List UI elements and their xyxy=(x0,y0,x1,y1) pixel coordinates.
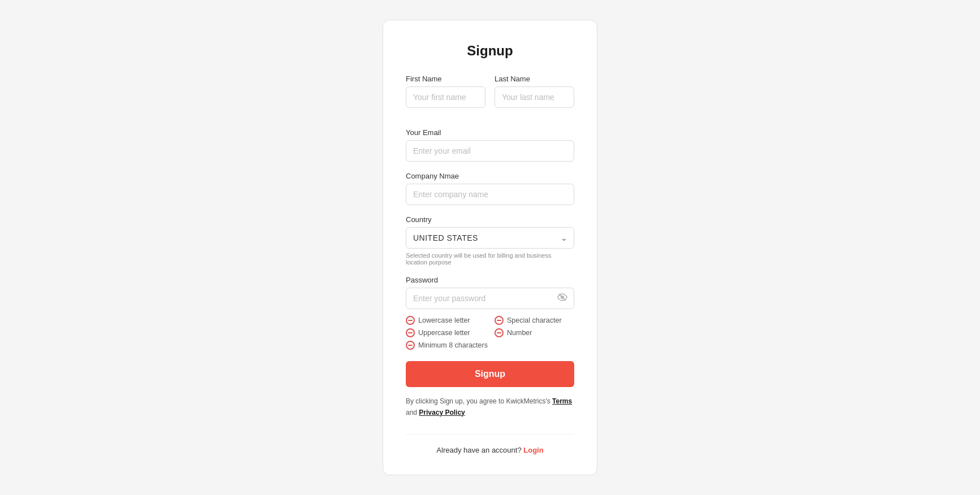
terms-link[interactable]: Terms xyxy=(552,397,572,405)
company-group: Company Nmae xyxy=(406,172,574,205)
req-lowercase-label: Lowercase letter xyxy=(418,316,470,324)
req-uppercase-label: Uppercase letter xyxy=(418,329,470,337)
terms-prefix: By clicking Sign up, you agree to KwickM… xyxy=(406,397,552,405)
email-label: Your Email xyxy=(406,128,574,137)
country-group: Country UNITED STATES UNITED KINGDOM CAN… xyxy=(406,215,574,266)
country-select-wrapper: UNITED STATES UNITED KINGDOM CANADA AUST… xyxy=(406,227,574,249)
password-wrapper xyxy=(406,288,574,309)
signup-button[interactable]: Signup xyxy=(406,361,574,387)
first-name-input[interactable] xyxy=(406,86,485,108)
terms-middle: and xyxy=(406,409,419,416)
req-special-icon xyxy=(495,316,504,325)
login-prefix: Already have an account? xyxy=(436,446,521,454)
password-group: Password xyxy=(406,276,574,309)
name-row: First Name Last Name xyxy=(406,75,574,118)
req-lowercase-icon xyxy=(406,316,415,325)
login-link[interactable]: Login xyxy=(523,446,543,454)
signup-card: Signup First Name Last Name Your Email C… xyxy=(383,20,597,475)
last-name-label: Last Name xyxy=(495,75,574,83)
last-name-input[interactable] xyxy=(495,86,574,108)
req-special: Special character xyxy=(495,316,574,325)
email-input[interactable] xyxy=(406,140,574,162)
req-uppercase: Uppercase letter xyxy=(406,328,485,337)
req-uppercase-icon xyxy=(406,328,415,337)
req-number: Number xyxy=(495,328,574,337)
email-group: Your Email xyxy=(406,128,574,162)
req-min8: Minimum 8 characters xyxy=(406,341,574,350)
privacy-link[interactable]: Privacy Policy xyxy=(419,409,465,416)
password-toggle-icon[interactable] xyxy=(557,292,567,305)
password-input[interactable] xyxy=(406,288,574,309)
req-special-label: Special character xyxy=(507,316,562,324)
password-requirements: Lowercase letter Special character Upper… xyxy=(406,316,574,350)
company-label: Company Nmae xyxy=(406,172,574,180)
req-number-icon xyxy=(495,328,504,337)
password-label: Password xyxy=(406,276,574,284)
req-min8-icon xyxy=(406,341,415,350)
signup-form: First Name Last Name Your Email Company … xyxy=(406,75,574,418)
req-lowercase: Lowercase letter xyxy=(406,316,485,325)
req-number-label: Number xyxy=(507,329,532,337)
req-min8-label: Minimum 8 characters xyxy=(418,341,488,349)
login-row: Already have an account? Login xyxy=(406,446,574,454)
page-title: Signup xyxy=(406,43,574,59)
country-label: Country xyxy=(406,215,574,224)
first-name-group: First Name xyxy=(406,75,485,108)
first-name-label: First Name xyxy=(406,75,485,83)
country-hint: Selected country will be used for billin… xyxy=(406,252,574,266)
terms-text: By clicking Sign up, you agree to KwickM… xyxy=(406,396,574,418)
company-input[interactable] xyxy=(406,184,574,205)
country-select[interactable]: UNITED STATES UNITED KINGDOM CANADA AUST… xyxy=(406,227,574,249)
divider xyxy=(406,434,574,435)
last-name-group: Last Name xyxy=(495,75,574,108)
